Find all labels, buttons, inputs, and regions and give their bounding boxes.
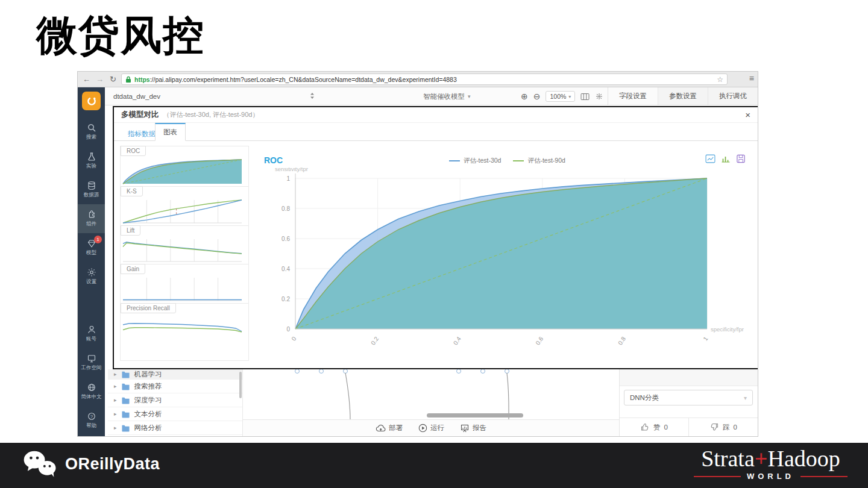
forward-icon[interactable]: → [96,74,104,86]
svg-text:0.4: 0.4 [281,266,290,272]
sidebar-item-数据源[interactable]: 数据源 [78,175,105,204]
line-chart-icon[interactable] [705,154,715,163]
mini-chart-Lift[interactable]: Lift [121,225,248,264]
dislike-count: 0 [734,424,737,431]
tree-item-机器学习[interactable]: ▸ 机器学习 [108,369,242,380]
chart-type-list: ROC K-S Lift Gain Precision Recall [120,146,249,361]
save-icon[interactable] [736,154,746,163]
sidebar-item-账号[interactable]: 账号 [78,319,105,348]
mini-chart-ROC[interactable]: ROC [121,146,248,186]
oreilly-data-logo: OReillyData [65,455,160,474]
svg-text:0.4: 0.4 [452,335,462,346]
chart-legend: 评估-test-30d 评估-test-90d [449,157,565,165]
tree-item-深度学习[interactable]: ▸ 深度学习 [108,393,242,407]
experiment-canvas[interactable]: 评估-train-90d 评估-test-90d 部署 运行 报告 [243,369,619,436]
vote-bar: 赞 0 踩 0 [620,418,758,436]
tree-item-搜索推荐[interactable]: ▸ 搜索推荐 [108,380,242,393]
svg-text:0.2: 0.2 [370,335,380,346]
strata-hadoop-logo: Strata+Hadoop WORLD [694,446,848,481]
legend-item[interactable]: 评估-test-30d [449,157,501,165]
close-icon[interactable]: × [745,110,750,119]
zoom-level-select[interactable]: 100% ▾ [546,91,575,102]
like-label: 赞 [653,423,661,432]
caret-right-icon[interactable]: ▸ [114,411,117,417]
folder-icon [121,371,130,378]
oreilly-brand: OReillyData [23,450,160,478]
fit-view-icon[interactable] [595,92,603,101]
sidebar-item-label: 设置 [86,278,96,286]
sidebar-item-模型[interactable]: 1 模型 [78,233,105,262]
mini-chart-label: K-S [121,186,143,196]
caret-right-icon[interactable]: ▸ [114,425,117,431]
canvas-action-label: 运行 [430,424,444,433]
canvas-action-运行[interactable]: 运行 [418,424,444,433]
folder-icon [121,396,130,404]
datasource-select[interactable]: dtdata_dw_dev [108,90,319,103]
pai-logo[interactable] [82,92,101,110]
footer: OReillyData Strata+Hadoop WORLD [0,443,868,488]
sidebar-item-设置[interactable]: 设置 [78,262,105,291]
canvas-horizontal-scrollbar[interactable] [427,413,523,418]
database-icon [87,181,96,190]
caret-right-icon[interactable]: ▸ [114,371,117,377]
sidebar-item-label: 组件 [86,221,96,228]
svg-text:?: ? [90,414,93,419]
svg-text:0.2: 0.2 [281,296,290,302]
like-button[interactable]: 赞 0 [620,418,688,436]
mini-chart-Gain[interactable]: Gain [121,264,248,303]
chevron-down-icon: ▾ [468,93,471,99]
folder-icon [121,410,130,418]
tree-item-label: 搜索推荐 [134,382,162,391]
sidebar-item-帮助[interactable]: ? 帮助 [78,406,105,435]
tree-item-label: 文本分析 [134,410,162,419]
app-toolbar: dtdata_dw_dev 智能催收模型 ▾ ⊕ ⊖ 100% ▾ [105,87,758,105]
tab-图表[interactable]: 图表 [155,123,186,141]
sidebar-item-label: 工作空间 [81,364,102,372]
browser-menu-icon[interactable]: ≡ [749,74,754,83]
mini-chart-Precision Recall[interactable]: Precision Recall [121,303,248,349]
back-icon[interactable]: ← [83,74,90,86]
reload-icon[interactable]: ↻ [110,74,116,86]
dislike-button[interactable]: 踩 0 [688,418,758,436]
tree-item-网络分析[interactable]: ▸ 网络分析 [108,421,242,435]
sidebar-item-组件[interactable]: 组件 [78,204,105,233]
legend-item[interactable]: 评估-test-90d [513,157,565,165]
properties-header [620,369,758,386]
appbar-action-执行调优[interactable]: 执行调优 [708,87,758,105]
datasource-select-value: dtdata_dw_dev [113,93,160,100]
sidebar-item-简体中文[interactable]: 简体中文 [78,377,105,406]
url-bar[interactable]: https://pai.alipay.com/experiment.htm?us… [121,74,728,85]
notification-badge: 1 [94,236,102,243]
bookmark-star-icon[interactable]: ☆ [717,75,723,84]
gear-icon [87,267,96,277]
svg-text:0: 0 [290,335,297,342]
tree-scrollbar[interactable] [239,372,242,398]
mini-chart-K-S[interactable]: K-S [121,186,248,225]
mini-chart-plot [121,157,245,186]
svg-text:specificity/fpr: specificity/fpr [711,326,744,333]
component-type-select[interactable]: DNN分类 ▾ [624,390,753,405]
canvas-action-报告[interactable]: 报告 [460,424,486,433]
sidebar-item-实验[interactable]: 实验 [78,146,105,175]
model-select[interactable]: 智能催收模型 ▾ [423,90,471,103]
bar-chart-icon[interactable] [721,154,731,163]
sidebar-item-label: 简体中文 [81,393,102,401]
appbar-action-字段设置[interactable]: 字段设置 [608,87,658,105]
sidebar-item-搜索[interactable]: 搜索 [78,117,105,146]
world-line-right [800,476,848,477]
canvas-action-部署[interactable]: 部署 [376,424,403,433]
sidebar-item-label: 模型 [86,249,96,257]
caret-right-icon[interactable]: ▸ [114,383,117,389]
chevron-down-icon: ▾ [568,94,571,99]
caret-right-icon[interactable]: ▸ [114,397,117,403]
zoom-in-icon[interactable]: ⊕ [521,92,528,101]
mini-chart-plot [121,314,245,349]
zoom-out-icon[interactable]: ⊖ [533,92,541,101]
sidebar-item-工作空间[interactable]: 工作空间 [78,348,105,377]
svg-text:0.6: 0.6 [281,236,290,242]
appbar-action-参数设置[interactable]: 参数设置 [658,87,708,105]
thumbnail-view-icon[interactable] [580,93,590,101]
tree-item-文本分析[interactable]: ▸ 文本分析 [108,407,242,421]
sidebar-item-label: 数据源 [84,192,99,199]
modal-header: 多模型对比 （评估-test-30d, 评估-test-90d） × [114,107,758,123]
